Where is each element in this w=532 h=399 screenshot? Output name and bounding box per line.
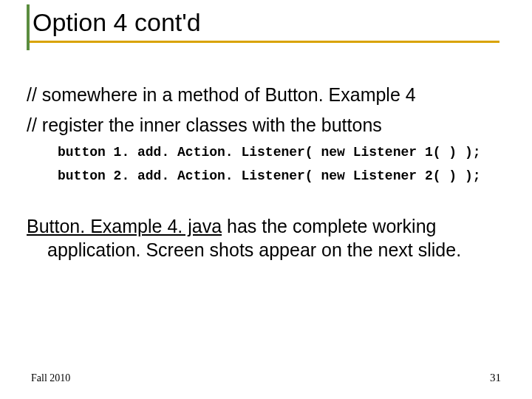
title-block: Option 4 cont'd: [27, 0, 505, 43]
accent-vertical-bar: [27, 4, 30, 50]
description-paragraph: Button. Example 4. java has the complete…: [27, 214, 505, 262]
slide-body: // somewhere in a method of Button. Exam…: [27, 83, 505, 262]
slide-title: Option 4 cont'd: [27, 9, 505, 36]
footer-page-number: 31: [490, 372, 501, 384]
footer-term: Fall 2010: [31, 372, 70, 384]
accent-horizontal-bar: [27, 41, 499, 43]
comment-line-2: // register the inner classes with the b…: [27, 113, 505, 137]
code-line-1: button 1. add. Action. Listener( new Lis…: [58, 143, 505, 162]
file-link[interactable]: Button. Example 4. java: [27, 216, 222, 236]
comment-line-1: // somewhere in a method of Button. Exam…: [27, 83, 505, 107]
slide: Option 4 cont'd // somewhere in a method…: [0, 0, 532, 399]
code-line-2: button 2. add. Action. Listener( new Lis…: [58, 166, 505, 185]
